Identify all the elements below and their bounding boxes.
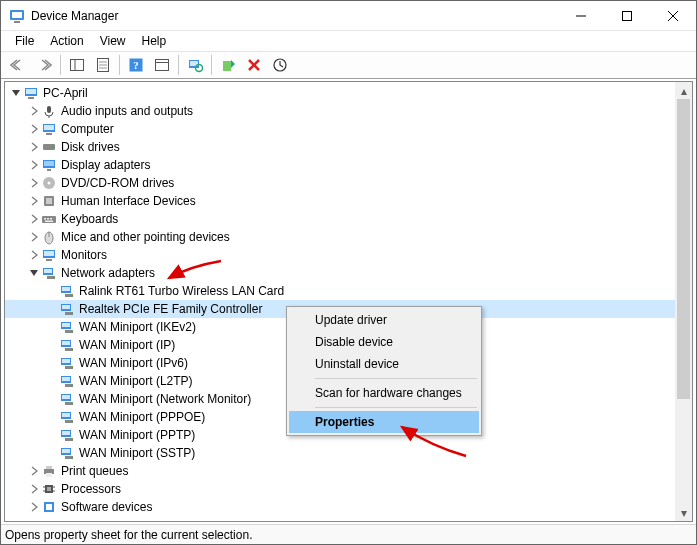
device-tree-panel: PC-April Audio inputs and outputs Comput… <box>4 81 693 522</box>
expand-icon[interactable] <box>27 232 41 242</box>
tree-category-label: Disk drives <box>61 138 120 156</box>
show-hide-tree-button[interactable] <box>65 53 89 77</box>
expand-icon[interactable] <box>27 106 41 116</box>
svg-rect-105 <box>46 504 52 510</box>
tree-device-label: WAN Miniport (L2TP) <box>79 372 193 390</box>
tree-device[interactable]: Ralink RT61 Turbo Wireless LAN Card <box>5 282 675 300</box>
tree-device[interactable]: WAN Miniport (SSTP) <box>5 444 675 462</box>
help-button[interactable]: ? <box>124 53 148 77</box>
svg-point-38 <box>48 182 51 185</box>
svg-rect-15 <box>156 60 169 71</box>
tree-category[interactable]: Keyboards <box>5 210 675 228</box>
actions-button[interactable] <box>150 53 174 77</box>
titlebar: Device Manager <box>1 1 696 31</box>
back-button[interactable] <box>6 53 30 77</box>
expand-icon[interactable] <box>27 466 41 476</box>
svg-rect-49 <box>44 251 54 256</box>
enable-button[interactable] <box>216 53 240 77</box>
svg-point-90 <box>71 439 73 441</box>
ctx-disable-device[interactable]: Disable device <box>289 331 479 353</box>
menu-help[interactable]: Help <box>134 32 175 50</box>
svg-rect-92 <box>62 449 70 453</box>
tree-category[interactable]: Audio inputs and outputs <box>5 102 675 120</box>
expand-icon[interactable] <box>9 88 23 98</box>
computer-icon <box>41 121 57 137</box>
expand-icon[interactable] <box>27 124 41 134</box>
tree-category[interactable]: Network adapters <box>5 264 675 282</box>
tree-category[interactable]: Computer <box>5 120 675 138</box>
scroll-up-icon[interactable]: ▴ <box>675 82 692 99</box>
collapse-icon[interactable] <box>27 268 41 278</box>
tree-category[interactable]: Mice and other pointing devices <box>5 228 675 246</box>
scan-hardware-button[interactable] <box>183 53 207 77</box>
monitor-icon <box>41 247 57 263</box>
close-button[interactable] <box>650 1 696 31</box>
expand-icon[interactable] <box>27 196 41 206</box>
tree-category-label: Monitors <box>61 246 107 264</box>
minimize-button[interactable] <box>558 1 604 31</box>
svg-rect-97 <box>46 473 52 477</box>
menu-action[interactable]: Action <box>42 32 91 50</box>
expand-icon[interactable] <box>27 250 41 260</box>
svg-rect-60 <box>62 305 70 309</box>
mouse-icon <box>41 229 57 245</box>
expand-icon[interactable] <box>27 160 41 170</box>
tree-category[interactable]: DVD/CD-ROM drives <box>5 174 675 192</box>
maximize-button[interactable] <box>604 1 650 31</box>
expand-icon[interactable] <box>27 214 41 224</box>
toolbar-separator <box>178 55 179 75</box>
svg-text:?: ? <box>133 59 139 71</box>
tree-category[interactable]: Human Interface Devices <box>5 192 675 210</box>
tree-root[interactable]: PC-April <box>5 84 675 102</box>
expand-icon[interactable] <box>27 502 41 512</box>
computer-icon <box>23 85 39 101</box>
tree-device-label: Ralink RT61 Turbo Wireless LAN Card <box>79 282 284 300</box>
disk-icon <box>41 139 57 155</box>
forward-button[interactable] <box>32 53 56 77</box>
ctx-separator <box>315 407 477 408</box>
svg-rect-42 <box>44 218 46 220</box>
ctx-uninstall-device[interactable]: Uninstall device <box>289 353 479 375</box>
scroll-down-icon[interactable]: ▾ <box>675 504 692 521</box>
software-icon <box>41 499 57 515</box>
vertical-scrollbar[interactable]: ▴ ▾ <box>675 82 692 521</box>
network-icon <box>59 391 75 407</box>
ctx-separator <box>315 378 477 379</box>
svg-point-62 <box>71 313 73 315</box>
tree-category[interactable]: Processors <box>5 480 675 498</box>
ctx-scan-hardware[interactable]: Scan for hardware changes <box>289 382 479 404</box>
svg-rect-36 <box>47 169 51 171</box>
properties-button[interactable] <box>91 53 115 77</box>
menu-file[interactable]: File <box>7 32 42 50</box>
menu-view[interactable]: View <box>92 32 134 50</box>
expand-icon[interactable] <box>27 178 41 188</box>
tree-device-label: WAN Miniport (SSTP) <box>79 444 195 462</box>
network-icon <box>59 319 75 335</box>
tree-category[interactable]: Software devices <box>5 498 675 516</box>
svg-rect-76 <box>62 377 70 381</box>
scrollbar-thumb[interactable] <box>677 99 690 399</box>
ctx-update-driver[interactable]: Update driver <box>289 309 479 331</box>
update-driver-button[interactable] <box>268 53 292 77</box>
ctx-label: Disable device <box>315 335 393 349</box>
tree-category[interactable]: Disk drives <box>5 138 675 156</box>
keyboard-icon <box>41 211 57 227</box>
uninstall-button[interactable] <box>242 53 266 77</box>
expand-icon[interactable] <box>27 484 41 494</box>
tree-category-label: Keyboards <box>61 210 118 228</box>
tree-category[interactable]: Monitors <box>5 246 675 264</box>
tree-category[interactable]: Display adapters <box>5 156 675 174</box>
cpu-icon <box>41 481 57 497</box>
ctx-label: Scan for hardware changes <box>315 386 462 400</box>
tree-device-label: WAN Miniport (IP) <box>79 336 175 354</box>
network-icon <box>59 337 75 353</box>
ctx-label: Uninstall device <box>315 357 399 371</box>
expand-icon[interactable] <box>27 142 41 152</box>
svg-point-78 <box>71 385 73 387</box>
svg-rect-43 <box>47 218 49 220</box>
svg-rect-2 <box>14 21 20 23</box>
ctx-properties[interactable]: Properties <box>289 411 479 433</box>
svg-rect-45 <box>45 221 53 223</box>
tree-category[interactable]: Print queues <box>5 462 675 480</box>
svg-rect-20 <box>223 61 231 71</box>
